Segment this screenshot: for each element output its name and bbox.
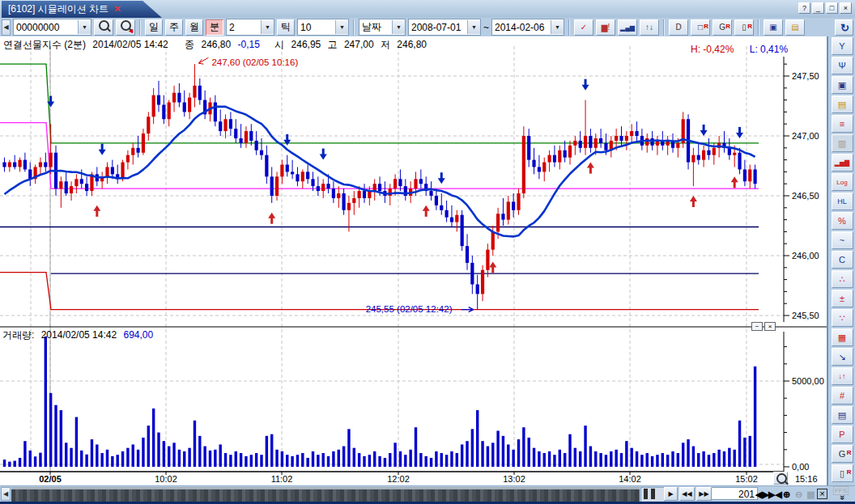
slider-handle[interactable] (644, 489, 648, 499)
minimize-button[interactable]: _ (812, 2, 824, 14)
date-from-combo[interactable]: 2008-07-01 ▼ (408, 19, 481, 36)
period-week-button[interactable]: 주 (165, 19, 183, 36)
chevron-down-icon[interactable]: ▼ (261, 20, 274, 34)
recall-chart-icon[interactable]: GR (712, 19, 732, 36)
tool-edit-icon[interactable]: Ψ (832, 57, 853, 74)
column-view-icon: ▦ (838, 332, 846, 342)
chevron-down-icon[interactable]: ▼ (78, 20, 91, 34)
tool-edit-icon: Ψ (838, 61, 845, 70)
tick-count-combo[interactable]: 10 ▼ (297, 19, 349, 36)
svg-text:13:02: 13:02 (503, 474, 525, 484)
pane-minimize-button[interactable]: − (751, 322, 763, 331)
search-icon (99, 20, 109, 31)
chevron-more-icon[interactable]: » (838, 495, 848, 500)
search-button[interactable] (94, 19, 113, 36)
open-export-icon[interactable]: ▤ (785, 19, 805, 36)
copy-chart-icon-badge: R (747, 19, 752, 34)
trend-arrow-icon[interactable]: ↘ (832, 348, 853, 366)
chevron-down-icon[interactable]: ▼ (335, 20, 348, 34)
period-minute-button[interactable]: 분 (206, 19, 223, 36)
chevron-down-icon[interactable]: ▼ (392, 20, 405, 34)
chevron-down-icon[interactable]: ▼ (551, 20, 564, 34)
collapse-horizontal-icon[interactable]: ▶◀ (768, 487, 781, 501)
indicator-settings-icon[interactable]: ≡ (832, 115, 853, 133)
load-chart-icon[interactable]: ▤ (832, 95, 853, 113)
invert-scale-icon[interactable]: ↓↑ (832, 367, 853, 385)
object-tools-icon: ▣ (838, 80, 846, 90)
data-overview-band[interactable] (11, 487, 640, 503)
column-view-icon[interactable]: ▦ (832, 328, 853, 346)
percent-chart-icon: % (838, 216, 846, 226)
sort-updown-icon[interactable]: ↑↓ (640, 19, 659, 36)
log-scale-icon[interactable]: Log (832, 173, 853, 191)
close-box-icon[interactable]: × (817, 489, 827, 499)
search-return-button[interactable]: ◄ (116, 19, 135, 36)
close-line-chart-icon[interactable]: C (832, 251, 853, 269)
line-chart-icon[interactable]: ~ (832, 231, 853, 249)
svg-text:247,50: 247,50 (792, 71, 819, 81)
pivot-line-resistance-1 (0, 123, 759, 188)
fast-forward-button[interactable]: ▶▶ (696, 487, 712, 501)
bar-type-icon[interactable]: ▂▅▇ (832, 154, 853, 172)
chart-settings-icon[interactable]: Y (832, 37, 853, 55)
grid-setting-icon[interactable]: # (832, 387, 853, 404)
volume-bars (3, 337, 757, 467)
chart-header: 연결선물지수 (2분) 2014/02/05 14:42 종 246,80 -0… (3, 38, 431, 52)
price-volume-chart[interactable]: 247,60 (02/05 10:16)245,55 (02/05 12:42)… (0, 36, 827, 485)
grid-toggle-icon[interactable]: ▦ (805, 487, 817, 501)
zoom-out-icon[interactable]: ⊖ (793, 487, 805, 501)
play-button[interactable]: ▶ (664, 487, 678, 501)
print-icon[interactable]: ▤ (832, 406, 853, 424)
bar-count-input[interactable] (711, 487, 758, 500)
window-tab[interactable]: [6102] 시뮬레이션 차트✕ (2, 1, 162, 18)
rewind-button[interactable]: ◀◀ (679, 487, 695, 501)
date-to-combo[interactable]: 2014-02-06 ▼ (491, 19, 564, 36)
axis-zoom-button[interactable] (773, 472, 788, 485)
help-button[interactable]: ? (798, 2, 810, 14)
point-chart-icon[interactable]: ∴ (832, 270, 853, 288)
copy-screen-icon[interactable]: ▯R (832, 464, 853, 482)
price-line-style-icon: ✓ (581, 23, 587, 32)
maximize-button[interactable]: □ (826, 2, 838, 14)
copy-chart-icon[interactable]: ▯R (734, 19, 754, 36)
svg-text:5000,00: 5000,00 (792, 376, 824, 386)
slider-handle[interactable] (651, 489, 655, 499)
screen-view-icon[interactable]: □R (691, 19, 710, 36)
pane-close-button[interactable]: × (764, 322, 776, 331)
volume-bars-icon[interactable]: ▂▄▆ (618, 19, 637, 36)
svg-text:247,60 (02/05 10:16): 247,60 (02/05 10:16) (211, 57, 298, 67)
duplicate-window-icon[interactable]: D (669, 19, 688, 36)
expand-horizontal-icon[interactable]: ◀▶ (755, 487, 768, 501)
tab-close-icon[interactable]: ✕ (113, 3, 121, 15)
object-tools-icon[interactable]: ▣ (832, 76, 853, 94)
point-figure-icon[interactable]: ∵ (832, 309, 853, 327)
high-low-chart-icon[interactable]: HL (832, 193, 853, 210)
period-month-button[interactable]: 월 (185, 19, 203, 36)
tick-button[interactable]: 틱 (277, 19, 295, 36)
percent-chart-icon[interactable]: % (832, 212, 853, 230)
zoom-in-icon[interactable]: ⊕ (781, 487, 793, 501)
save-icon[interactable]: ▣ (764, 19, 783, 36)
indicator-bars-icon[interactable]: ▆! (596, 19, 615, 36)
close-button[interactable]: × (840, 2, 852, 14)
chart-frame-icon[interactable]: ▥ (832, 134, 853, 152)
point-chart-icon: ∴ (840, 274, 845, 284)
symbol-combo[interactable]: 00000000 ▼ (13, 19, 91, 36)
period-day-button[interactable]: 일 (145, 19, 163, 36)
header-datetime: 2014/02/05 14:42 (92, 39, 168, 50)
scroll-left-icon[interactable]: ◀ (1, 487, 11, 501)
plus-minus-chart-icon[interactable]: ± (832, 290, 853, 307)
range-slider[interactable] (640, 487, 665, 502)
toolbar-back-icon[interactable]: ◀ (2, 19, 11, 36)
minute-interval-combo[interactable]: 2 ▼ (226, 19, 274, 36)
recall-screen-icon[interactable]: GR (832, 445, 853, 463)
plus-minus-chart-icon: ± (840, 294, 844, 303)
date-mode-combo[interactable]: 날짜 ▼ (359, 19, 406, 36)
chevron-down-icon[interactable]: ▼ (467, 20, 480, 34)
moving-average-line (5, 107, 755, 237)
price-line-style-icon[interactable]: ✓ (574, 19, 593, 36)
right-tool-sidebar: YΨ▣▤≡▥▂▅▇LogHL%~C∴±∵▦↘↓↑#▤PGR▯R (827, 36, 855, 486)
refresh-icon[interactable]: ↻ (835, 19, 853, 36)
recall-screen-icon-badge: R (847, 445, 852, 461)
page-setup-icon[interactable]: P (832, 426, 853, 443)
